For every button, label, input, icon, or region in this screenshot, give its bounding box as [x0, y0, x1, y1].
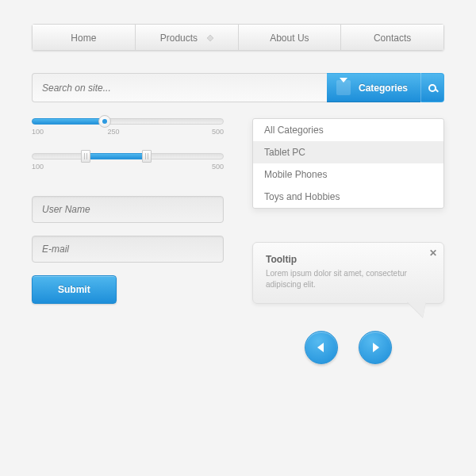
- search-bar: Categories: [32, 73, 444, 102]
- slider-min-label: 100: [32, 128, 44, 136]
- nav-item-home[interactable]: Home: [32, 24, 135, 51]
- range-min-label: 100: [32, 163, 44, 171]
- arrow-right-icon: [373, 343, 379, 352]
- nav-item-products[interactable]: Products: [135, 24, 238, 51]
- slider-max-label: 500: [212, 128, 224, 136]
- slider-mid-label: 250: [107, 128, 119, 136]
- top-nav: Home Products About Us Contacts: [32, 24, 444, 51]
- arrow-left-icon: [317, 343, 324, 352]
- previous-button[interactable]: [305, 331, 338, 364]
- tooltip-body: Lorem ipsum dolor sit amet, consectetur …: [266, 268, 431, 290]
- tooltip-bubble: ✕ Tooltip Lorem ipsum dolor sit amet, co…: [252, 242, 444, 304]
- nav-label: About Us: [270, 33, 309, 44]
- pager-buttons: [252, 331, 444, 364]
- dropdown-item[interactable]: Mobile Phones: [253, 163, 443, 186]
- chevron-down-icon: [336, 80, 351, 95]
- nav-label: Home: [71, 33, 96, 44]
- nav-label: Products: [160, 33, 198, 44]
- username-field[interactable]: [32, 196, 224, 223]
- nav-label: Contacts: [374, 33, 411, 44]
- dropdown-item[interactable]: Toys and Hobbies: [253, 186, 443, 208]
- next-button[interactable]: [359, 331, 392, 364]
- submit-button[interactable]: Submit: [32, 275, 117, 304]
- search-icon: [428, 84, 436, 92]
- search-input[interactable]: [32, 73, 327, 102]
- range-handle-low[interactable]: [81, 150, 90, 163]
- tooltip-tail-icon: [407, 301, 426, 317]
- range-track[interactable]: [32, 153, 224, 159]
- search-button[interactable]: [420, 73, 444, 102]
- dropdown-item[interactable]: All Categories: [253, 119, 443, 141]
- slider-range: 100 500: [32, 153, 224, 171]
- categories-dropdown: All Categories Tablet PC Mobile Phones T…: [252, 118, 444, 209]
- tooltip-title: Tooltip: [266, 254, 431, 265]
- range-max-label: 500: [212, 163, 224, 171]
- dropdown-indicator-icon: [207, 35, 213, 41]
- range-handle-high[interactable]: [142, 150, 152, 163]
- categories-button[interactable]: Categories: [327, 73, 420, 102]
- slider-single: 100 250 500: [32, 118, 224, 136]
- nav-item-about[interactable]: About Us: [238, 24, 341, 51]
- email-field[interactable]: [32, 236, 224, 263]
- slider-track[interactable]: [32, 118, 224, 125]
- slider-handle[interactable]: [98, 115, 111, 128]
- categories-label: Categories: [359, 83, 408, 94]
- close-icon[interactable]: ✕: [429, 248, 437, 259]
- nav-item-contacts[interactable]: Contacts: [340, 24, 444, 51]
- dropdown-item[interactable]: Tablet PC: [253, 141, 443, 163]
